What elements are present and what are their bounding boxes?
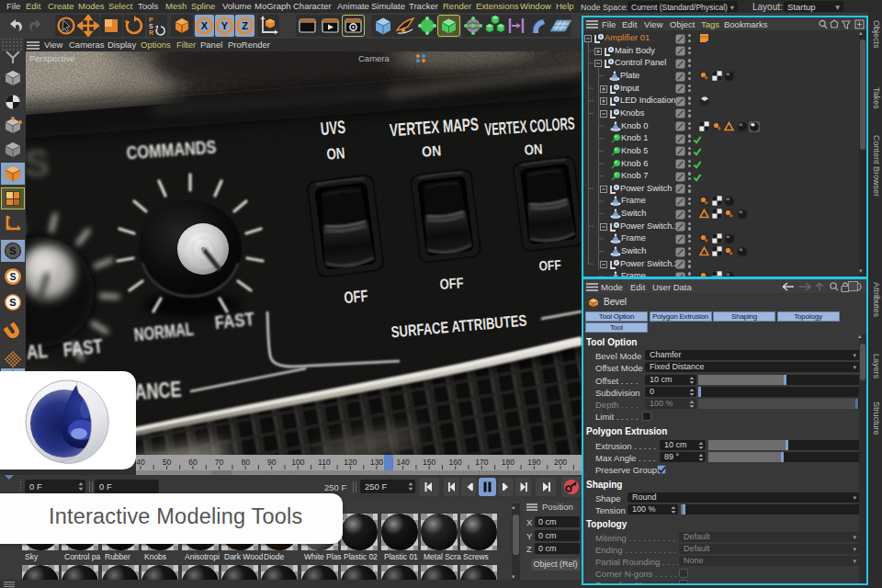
svg-text:110: 110 [318, 458, 331, 467]
svg-text:AL: AL [26, 339, 49, 364]
svg-text:OFF: OFF [439, 275, 464, 292]
svg-text:S: S [9, 297, 16, 308]
svg-text:FAST: FAST [62, 334, 105, 361]
svg-text:120: 120 [344, 458, 356, 467]
svg-text:160: 160 [449, 458, 462, 467]
svg-text:ON: ON [326, 144, 346, 164]
svg-text:90: 90 [267, 458, 277, 467]
svg-text:R: R [149, 29, 153, 36]
svg-text:S: S [10, 272, 17, 282]
svg-text:ON: ON [422, 142, 442, 159]
svg-text:Camera: Camera [358, 53, 390, 63]
svg-text:140: 140 [397, 458, 410, 467]
svg-text:170: 170 [475, 458, 488, 467]
svg-text:Z: Z [242, 20, 248, 31]
svg-text:FAST: FAST [214, 308, 255, 333]
svg-text:180: 180 [502, 458, 514, 467]
svg-text:P: P [149, 17, 153, 23]
svg-text:OFF: OFF [344, 287, 369, 307]
svg-text:70: 70 [215, 458, 224, 467]
svg-text:100: 100 [291, 458, 304, 467]
svg-text:190: 190 [527, 458, 540, 467]
svg-text:50: 50 [163, 458, 172, 467]
svg-text:40: 40 [136, 458, 145, 467]
svg-text:150: 150 [423, 458, 435, 467]
svg-text:Y: Y [221, 20, 229, 31]
svg-text:S: S [149, 23, 153, 29]
svg-text:200: 200 [554, 458, 567, 467]
svg-text:80: 80 [241, 458, 250, 467]
svg-text:S: S [9, 245, 16, 256]
svg-text:OFF: OFF [538, 256, 561, 274]
svg-text:X: X [201, 20, 209, 31]
svg-text:60: 60 [188, 458, 198, 467]
svg-text:130: 130 [370, 458, 383, 467]
svg-text:Perspective: Perspective [29, 53, 75, 63]
svg-text:ON: ON [524, 141, 543, 157]
svg-text:UVS: UVS [320, 117, 346, 139]
svg-text:S: S [24, 141, 50, 185]
